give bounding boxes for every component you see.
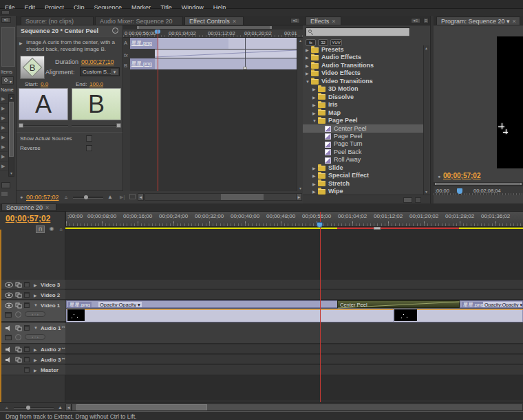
toggle-track-output-speaker-icon[interactable] [5, 357, 13, 363]
sync-lock-icon[interactable] [15, 357, 22, 363]
project-item-row[interactable]: ▶ [0, 104, 8, 113]
ec-edit-point[interactable] [245, 38, 246, 69]
show-keyframes-button[interactable] [15, 311, 21, 318]
twirl-open-icon[interactable]: ▼ [34, 326, 38, 330]
timeline-h-scrollbar-thumb[interactable] [76, 404, 207, 410]
play-around-icon[interactable]: ▶| [120, 195, 125, 200]
sync-lock-icon[interactable] [15, 302, 22, 309]
show-keyframes-button[interactable] [15, 334, 21, 340]
track-header-video-2[interactable]: ▶Video 2 [1, 290, 65, 300]
project-item-row[interactable]: ▶ [0, 142, 8, 152]
effects-item-slide[interactable]: ▶Slide [303, 164, 423, 172]
delete-icon[interactable] [415, 197, 421, 203]
ec-h-scrollbar[interactable] [145, 193, 297, 201]
effects-item-audio-effects[interactable]: ▶Audio Effects [303, 53, 423, 61]
track-header-master[interactable]: ▶Master [1, 365, 65, 375]
effects-item-page-peel[interactable]: Page Peel [303, 132, 423, 140]
twirl-closed-icon[interactable]: ▶ [34, 368, 37, 373]
end-value[interactable]: 100.0 [89, 81, 103, 87]
clip-2[interactable]: 星星.png Opacity:Opacity ▾ [460, 300, 523, 308]
transition-center-peel[interactable]: Center Peel [337, 300, 460, 308]
arrow-right-icon[interactable]: ► [296, 193, 302, 201]
track-lock-toggle[interactable] [24, 282, 30, 287]
project-item-row[interactable]: ▶ [0, 123, 8, 133]
effects-item-center-peel[interactable]: Center Peel [303, 124, 423, 133]
scroll-up-icon[interactable]: ▲ [10, 96, 13, 100]
find-button[interactable]: ▾ [1, 76, 14, 85]
twirl-open-icon[interactable]: ▼ [34, 303, 38, 307]
timeline-zoom-slider[interactable] [14, 407, 54, 409]
timeline-ruler[interactable]: ;00;0000;00;08;0000;00;16;0000;00;24;000… [65, 212, 523, 227]
ec-zoom-slider-handle[interactable] [84, 195, 88, 199]
program-playhead-marker[interactable] [457, 188, 462, 194]
sync-lock-icon[interactable] [15, 346, 22, 353]
ec-view-area-thumb[interactable] [137, 26, 272, 29]
track-lane-video-3[interactable] [65, 280, 523, 289]
reverse-checkbox[interactable] [86, 145, 92, 151]
project-item-row[interactable]: ▶ [0, 133, 8, 142]
snap-toggle[interactable]: ⊓ [36, 225, 45, 233]
track-header-audio-3[interactable]: ▶Audio 3▸◂ [1, 355, 65, 364]
track-lock-toggle[interactable] [24, 357, 30, 362]
track-lane-audio-1[interactable] [65, 323, 523, 344]
track-header-video-1[interactable]: ▼Video 1‹ ◦ › [1, 300, 65, 322]
track-lock-toggle[interactable] [24, 346, 30, 352]
effects-item-3d-motion[interactable]: ▶3D Motion [303, 85, 423, 93]
keyframe-nav[interactable]: ‹ ◦ › [25, 334, 45, 340]
opacity-rubber-band[interactable] [67, 309, 523, 310]
sync-lock-icon[interactable] [15, 282, 22, 288]
tab-effects[interactable]: Effects× [306, 16, 341, 25]
effects-scrollbar[interactable]: ▲ ▼ [423, 45, 429, 195]
track-header-audio-2[interactable]: ▶Audio 2▸◂ [1, 344, 65, 354]
project-scrollbar-thumb[interactable] [9, 102, 14, 157]
effects-search-input[interactable] [306, 27, 410, 36]
arrow-left-icon[interactable]: ◄ [65, 404, 72, 411]
zoom-out-icon[interactable]: ▵ [65, 194, 67, 200]
track-lock-toggle[interactable] [24, 367, 30, 373]
scroll-down-icon[interactable]: ▼ [10, 171, 13, 175]
set-display-style-button[interactable] [5, 312, 12, 318]
arrow-left-icon[interactable]: ◄ [138, 193, 144, 201]
keyframe-nav[interactable]: ‹ ◦ › [25, 311, 45, 317]
effect-controls-timecode[interactable]: 00;00;57;02 [26, 194, 59, 201]
scroll-up-icon[interactable]: ▲ [425, 46, 428, 50]
timeline-timecode[interactable]: 00;00;57;02 [6, 214, 50, 223]
effects-item-roll-away[interactable]: Roll Away [303, 155, 423, 164]
project-item-row[interactable]: ▶ [0, 152, 8, 162]
clip-2-opacity-dropdown[interactable]: Opacity:Opacity ▾ [483, 302, 523, 308]
zoom-in-icon[interactable]: ▲ [107, 194, 113, 200]
ec-edit-point-handle[interactable] [243, 67, 247, 69]
timeline-zoom-slider-handle[interactable] [26, 406, 30, 410]
effects-item-page-turn[interactable]: Page Turn [303, 140, 423, 148]
list-view-button[interactable] [1, 182, 10, 188]
track-lock-toggle[interactable] [24, 292, 30, 298]
set-unnumbered-marker-button[interactable]: ⌂ [57, 225, 65, 233]
scroll-down-icon[interactable]: ▼ [425, 190, 428, 194]
effects-item-presets[interactable]: ▶Presets [303, 45, 423, 54]
project-item-row[interactable]: ▶ [0, 113, 8, 123]
end-slider-handle[interactable] [116, 123, 121, 128]
track-lock-toggle[interactable] [24, 325, 30, 331]
effects-item-map[interactable]: ▶Map [303, 109, 423, 117]
show-actual-sources-checkbox[interactable] [86, 135, 92, 142]
clip-body[interactable] [66, 309, 523, 322]
tab-source[interactable]: Source: (no clips) [21, 16, 94, 25]
toggle-track-output-speaker-icon[interactable] [5, 325, 13, 331]
effects-item-video-effects[interactable]: ▶Video Effects [303, 69, 423, 77]
track-lane-audio-3[interactable] [65, 355, 523, 364]
effects-item-peel-back[interactable]: Peel Back [303, 148, 423, 156]
track-header-audio-1[interactable]: ▼Audio 1▸◂‹ ◦ › [1, 323, 65, 344]
effects-item-special-effect[interactable]: ▶Special Effect [303, 171, 423, 179]
track-lane-video-2[interactable] [65, 290, 523, 300]
panel-menu-icon[interactable]: ▾≡ [411, 18, 420, 23]
description-twirl-icon[interactable]: ▶ [19, 41, 23, 45]
track-lane-audio-2[interactable] [65, 344, 523, 354]
tab-effect-controls[interactable]: Effect Controls× [184, 16, 244, 25]
timeline-h-scrollbar[interactable] [72, 404, 523, 411]
ec-clip-b[interactable]: 星星.png [130, 58, 297, 69]
timeline-playhead-marker[interactable] [317, 222, 323, 228]
ec-zoom-slider[interactable] [73, 197, 103, 199]
tab-audio-mixer[interactable]: Audio Mixer: Sequence 20 [95, 16, 183, 25]
effects-item-iris[interactable]: ▶Iris [303, 100, 423, 109]
start-slider-handle[interactable] [19, 123, 23, 128]
